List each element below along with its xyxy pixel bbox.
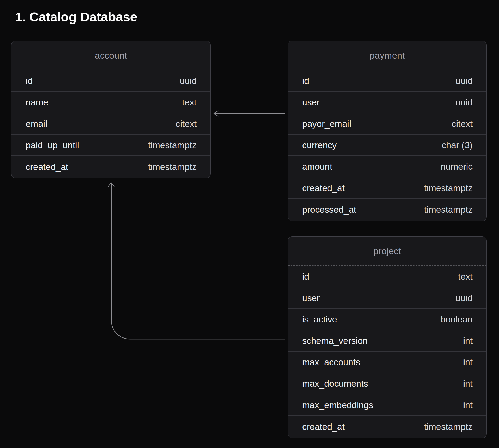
field-name: id	[302, 76, 309, 86]
field-name: id	[302, 271, 309, 282]
field-name: user	[302, 293, 320, 303]
table-row: max_documents int	[288, 373, 486, 394]
table-row: amount numeric	[288, 156, 486, 177]
table-row: max_embeddings int	[288, 394, 486, 416]
field-type: int	[463, 336, 473, 346]
field-name: max_documents	[302, 378, 368, 389]
field-name: paid_up_until	[26, 140, 79, 150]
field-type: char (3)	[442, 140, 473, 150]
table-row: paid_up_until timestamptz	[11, 135, 210, 156]
field-name: max_embeddings	[302, 400, 373, 410]
field-type: numeric	[440, 161, 473, 172]
field-type: int	[463, 378, 473, 389]
field-name: created_at	[302, 422, 345, 432]
field-name: name	[26, 97, 48, 108]
field-type: text	[182, 97, 197, 108]
field-name: created_at	[26, 162, 68, 172]
arrow-project-to-account	[108, 183, 285, 339]
table-row: payor_email citext	[288, 113, 486, 135]
field-type: uuid	[180, 76, 197, 86]
field-name: currency	[302, 140, 337, 150]
field-name: email	[26, 119, 47, 129]
table-account[interactable]: account id uuid name text email citext p…	[11, 41, 211, 178]
table-row: id text	[288, 266, 486, 287]
field-type: boolean	[440, 314, 473, 325]
table-row: created_at timestamptz	[11, 156, 210, 177]
table-project[interactable]: project id text user uuid is_active bool…	[288, 236, 487, 438]
field-type: int	[463, 400, 473, 410]
field-name: payor_email	[302, 119, 351, 129]
table-project-title: project	[288, 237, 486, 266]
table-row: max_accounts int	[288, 352, 486, 373]
table-row: currency char (3)	[288, 135, 486, 156]
field-type: uuid	[456, 293, 473, 303]
field-type: timestamptz	[424, 422, 473, 432]
table-account-title: account	[11, 41, 210, 70]
table-row: id uuid	[288, 70, 486, 92]
field-name: user	[302, 97, 320, 108]
table-row: created_at timestamptz	[288, 416, 486, 437]
field-name: created_at	[302, 183, 345, 193]
field-name: schema_version	[302, 336, 368, 346]
field-type: timestamptz	[148, 140, 197, 150]
arrow-payment-to-account	[214, 111, 285, 116]
table-row: created_at timestamptz	[288, 177, 486, 199]
field-name: id	[26, 76, 33, 86]
field-name: max_accounts	[302, 357, 360, 367]
field-type: citext	[176, 119, 197, 129]
field-type: citext	[452, 119, 473, 129]
table-row: schema_version int	[288, 330, 486, 352]
field-name: processed_at	[302, 204, 356, 215]
table-row: user uuid	[288, 287, 486, 309]
field-name: amount	[302, 161, 332, 172]
field-type: uuid	[456, 76, 473, 86]
page-title: 1. Catalog Database	[15, 10, 137, 24]
field-type: timestamptz	[424, 183, 473, 193]
table-payment[interactable]: payment id uuid user uuid payor_email ci…	[288, 41, 487, 221]
field-type: text	[458, 271, 473, 282]
field-type: timestamptz	[424, 204, 473, 215]
table-row: email citext	[11, 113, 210, 135]
field-type: timestamptz	[148, 162, 197, 172]
table-payment-title: payment	[288, 41, 486, 70]
table-row: user uuid	[288, 92, 486, 113]
field-type: int	[463, 357, 473, 367]
table-row: id uuid	[11, 70, 210, 92]
table-row: is_active boolean	[288, 309, 486, 330]
table-row: name text	[11, 92, 210, 113]
table-row: processed_at timestamptz	[288, 199, 486, 220]
field-name: is_active	[302, 314, 337, 325]
field-type: uuid	[456, 97, 473, 108]
